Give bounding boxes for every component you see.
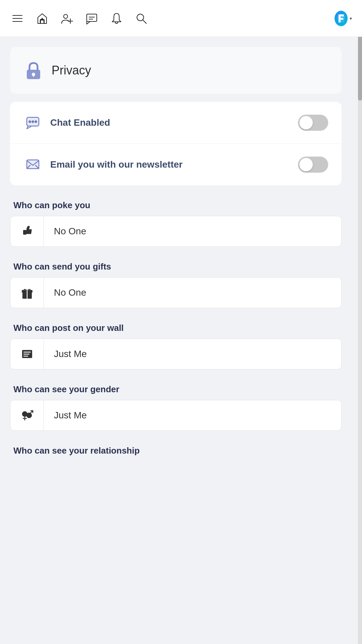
poke-value: No One xyxy=(44,226,341,237)
wall-value: Just Me xyxy=(44,349,341,359)
search-icon[interactable] xyxy=(134,11,149,26)
email-newsletter-toggle[interactable] xyxy=(298,157,328,173)
toggle-knob-2 xyxy=(299,158,313,171)
relationship-section: Who can see your relationship xyxy=(10,437,342,461)
email-icon xyxy=(23,155,42,174)
svg-point-13 xyxy=(137,14,144,21)
notifications-icon[interactable] xyxy=(109,11,124,26)
svg-point-23 xyxy=(35,121,37,123)
chat-icon xyxy=(23,113,42,132)
wall-section-label: Who can post on your wall xyxy=(10,315,342,339)
poke-icon xyxy=(10,216,44,246)
gender-section-label: Who can see your gender xyxy=(10,376,342,400)
email-newsletter-label: Email you with our newsletter xyxy=(50,159,298,170)
svg-rect-3 xyxy=(41,20,44,23)
wall-icon xyxy=(10,339,44,369)
svg-line-10 xyxy=(87,21,90,24)
gender-value: Just Me xyxy=(44,410,341,421)
messages-icon[interactable] xyxy=(84,11,99,26)
nav-icons-left xyxy=(10,11,149,26)
chat-enabled-label: Chat Enabled xyxy=(50,117,298,128)
svg-rect-32 xyxy=(23,352,31,353)
poke-select[interactable]: No One xyxy=(10,216,342,247)
privacy-header-card: Privacy xyxy=(10,47,342,94)
main-content: Privacy Chat Enabled xyxy=(0,37,352,485)
relationship-section-label: Who can see your relationship xyxy=(10,437,342,461)
lock-icon xyxy=(23,60,44,80)
scrollbar[interactable] xyxy=(358,0,362,644)
svg-point-22 xyxy=(32,121,34,123)
gifts-section-label: Who can send you gifts xyxy=(10,253,342,277)
gifts-section: Who can send you gifts No One xyxy=(10,253,342,308)
poke-section-label: Who can poke you xyxy=(10,192,342,216)
poke-section: Who can poke you No One xyxy=(10,192,342,247)
gifts-select[interactable]: No One xyxy=(10,277,342,308)
svg-point-5 xyxy=(64,14,68,18)
avatar[interactable]: ▾ xyxy=(335,10,352,27)
svg-rect-8 xyxy=(87,14,97,21)
svg-rect-27 xyxy=(23,230,26,235)
gender-section: Who can see your gender Just Me xyxy=(10,376,342,431)
avatar-image xyxy=(335,11,348,26)
hamburger-icon[interactable] xyxy=(10,11,25,26)
wall-section: Who can post on your wall Just Me xyxy=(10,315,342,369)
toggle-knob xyxy=(299,116,313,129)
toggles-card: Chat Enabled Email you with our newslett… xyxy=(10,102,342,185)
svg-point-21 xyxy=(29,121,31,123)
svg-line-14 xyxy=(143,20,146,23)
chat-enabled-toggle[interactable] xyxy=(298,115,328,131)
wall-select[interactable]: Just Me xyxy=(10,339,342,369)
svg-point-38 xyxy=(27,413,31,418)
chat-enabled-row: Chat Enabled xyxy=(10,102,342,144)
svg-rect-33 xyxy=(23,354,29,355)
email-newsletter-row: Email you with our newsletter xyxy=(10,144,342,185)
add-friend-icon[interactable] xyxy=(60,11,74,26)
navbar: ▾ xyxy=(0,0,362,37)
gender-icon xyxy=(10,400,44,430)
svg-rect-34 xyxy=(23,356,28,357)
gender-select[interactable]: Just Me xyxy=(10,400,342,431)
gifts-value: No One xyxy=(44,287,341,298)
avatar-chevron-icon: ▾ xyxy=(350,16,352,21)
gift-icon xyxy=(10,278,44,308)
svg-rect-19 xyxy=(33,74,34,77)
page-title: Privacy xyxy=(52,63,91,77)
home-icon[interactable] xyxy=(35,11,50,26)
svg-marker-16 xyxy=(337,14,345,22)
